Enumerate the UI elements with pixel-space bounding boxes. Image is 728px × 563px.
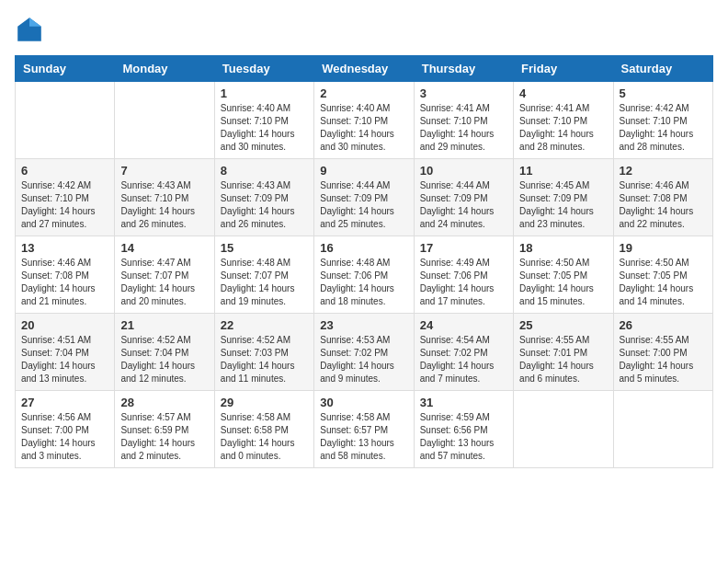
day-info: Sunrise: 4:53 AM Sunset: 7:02 PM Dayligh… — [320, 334, 407, 385]
day-number: 22 — [221, 318, 308, 332]
day-cell — [115, 82, 214, 159]
day-number: 16 — [320, 241, 407, 255]
day-cell: 11Sunrise: 4:45 AM Sunset: 7:09 PM Dayli… — [514, 159, 613, 236]
day-info: Sunrise: 4:41 AM Sunset: 7:10 PM Dayligh… — [420, 102, 507, 154]
day-info: Sunrise: 4:44 AM Sunset: 7:09 PM Dayligh… — [420, 179, 507, 231]
day-info: Sunrise: 4:48 AM Sunset: 7:06 PM Dayligh… — [320, 257, 407, 308]
day-info: Sunrise: 4:43 AM Sunset: 7:10 PM Dayligh… — [120, 179, 208, 231]
day-cell: 31Sunrise: 4:59 AM Sunset: 6:56 PM Dayli… — [414, 391, 513, 468]
logo — [15, 15, 48, 44]
day-cell: 17Sunrise: 4:49 AM Sunset: 7:06 PM Dayli… — [414, 236, 513, 314]
day-cell: 7Sunrise: 4:43 AM Sunset: 7:10 PM Daylig… — [115, 159, 214, 236]
day-number: 18 — [519, 241, 607, 255]
day-info: Sunrise: 4:50 AM Sunset: 7:05 PM Dayligh… — [620, 257, 707, 308]
day-info: Sunrise: 4:44 AM Sunset: 7:09 PM Dayligh… — [320, 179, 407, 231]
day-cell: 22Sunrise: 4:52 AM Sunset: 7:03 PM Dayli… — [214, 314, 313, 391]
day-info: Sunrise: 4:42 AM Sunset: 7:10 PM Dayligh… — [620, 102, 707, 154]
day-cell: 13Sunrise: 4:46 AM Sunset: 7:08 PM Dayli… — [16, 236, 115, 314]
day-cell: 3Sunrise: 4:41 AM Sunset: 7:10 PM Daylig… — [414, 82, 513, 159]
day-number: 28 — [120, 396, 208, 409]
day-cell — [514, 391, 613, 468]
col-header-wednesday: Wednesday — [314, 56, 414, 82]
day-info: Sunrise: 4:46 AM Sunset: 7:08 PM Dayligh… — [620, 179, 707, 231]
day-cell: 4Sunrise: 4:41 AM Sunset: 7:10 PM Daylig… — [514, 82, 613, 159]
day-info: Sunrise: 4:51 AM Sunset: 7:04 PM Dayligh… — [21, 334, 108, 385]
day-number: 19 — [620, 241, 707, 255]
day-info: Sunrise: 4:48 AM Sunset: 7:07 PM Dayligh… — [221, 257, 308, 308]
day-cell: 1Sunrise: 4:40 AM Sunset: 7:10 PM Daylig… — [214, 82, 313, 159]
day-cell: 23Sunrise: 4:53 AM Sunset: 7:02 PM Dayli… — [314, 314, 414, 391]
calendar-header-row: SundayMondayTuesdayWednesdayThursdayFrid… — [16, 56, 713, 82]
day-info: Sunrise: 4:58 AM Sunset: 6:58 PM Dayligh… — [221, 411, 308, 463]
day-number: 13 — [21, 241, 108, 255]
day-info: Sunrise: 4:55 AM Sunset: 7:01 PM Dayligh… — [519, 334, 607, 385]
day-info: Sunrise: 4:54 AM Sunset: 7:02 PM Dayligh… — [420, 334, 507, 385]
day-info: Sunrise: 4:42 AM Sunset: 7:10 PM Dayligh… — [21, 179, 108, 231]
day-info: Sunrise: 4:40 AM Sunset: 7:10 PM Dayligh… — [320, 102, 407, 154]
day-cell: 14Sunrise: 4:47 AM Sunset: 7:07 PM Dayli… — [115, 236, 214, 314]
day-number: 23 — [320, 318, 407, 332]
calendar-table: SundayMondayTuesdayWednesdayThursdayFrid… — [15, 55, 713, 468]
day-cell: 30Sunrise: 4:58 AM Sunset: 6:57 PM Dayli… — [314, 391, 414, 468]
day-cell: 18Sunrise: 4:50 AM Sunset: 7:05 PM Dayli… — [514, 236, 613, 314]
day-number: 21 — [120, 318, 208, 332]
day-cell: 5Sunrise: 4:42 AM Sunset: 7:10 PM Daylig… — [613, 82, 712, 159]
page-header — [15, 15, 713, 44]
day-number: 2 — [320, 86, 407, 100]
week-row-2: 6Sunrise: 4:42 AM Sunset: 7:10 PM Daylig… — [16, 159, 713, 236]
day-number: 1 — [221, 86, 308, 100]
day-info: Sunrise: 4:50 AM Sunset: 7:05 PM Dayligh… — [519, 257, 607, 308]
day-number: 6 — [21, 164, 108, 178]
day-cell: 28Sunrise: 4:57 AM Sunset: 6:59 PM Dayli… — [115, 391, 214, 468]
day-cell: 21Sunrise: 4:52 AM Sunset: 7:04 PM Dayli… — [115, 314, 214, 391]
day-cell: 16Sunrise: 4:48 AM Sunset: 7:06 PM Dayli… — [314, 236, 414, 314]
day-cell: 25Sunrise: 4:55 AM Sunset: 7:01 PM Dayli… — [514, 314, 613, 391]
day-cell: 26Sunrise: 4:55 AM Sunset: 7:00 PM Dayli… — [613, 314, 712, 391]
day-cell: 10Sunrise: 4:44 AM Sunset: 7:09 PM Dayli… — [414, 159, 513, 236]
day-cell: 27Sunrise: 4:56 AM Sunset: 7:00 PM Dayli… — [16, 391, 115, 468]
col-header-tuesday: Tuesday — [214, 56, 313, 82]
col-header-monday: Monday — [115, 56, 214, 82]
col-header-thursday: Thursday — [414, 56, 513, 82]
day-number: 31 — [420, 396, 507, 409]
day-number: 4 — [519, 86, 607, 100]
day-info: Sunrise: 4:52 AM Sunset: 7:04 PM Dayligh… — [120, 334, 208, 385]
day-cell: 20Sunrise: 4:51 AM Sunset: 7:04 PM Dayli… — [16, 314, 115, 391]
day-info: Sunrise: 4:43 AM Sunset: 7:09 PM Dayligh… — [221, 179, 308, 231]
day-info: Sunrise: 4:45 AM Sunset: 7:09 PM Dayligh… — [519, 179, 607, 231]
week-row-5: 27Sunrise: 4:56 AM Sunset: 7:00 PM Dayli… — [16, 391, 713, 468]
day-number: 30 — [320, 396, 407, 409]
day-info: Sunrise: 4:41 AM Sunset: 7:10 PM Dayligh… — [519, 102, 607, 154]
day-info: Sunrise: 4:46 AM Sunset: 7:08 PM Dayligh… — [21, 257, 108, 308]
day-cell: 8Sunrise: 4:43 AM Sunset: 7:09 PM Daylig… — [214, 159, 313, 236]
day-number: 7 — [120, 164, 208, 178]
day-number: 5 — [620, 86, 707, 100]
day-cell: 2Sunrise: 4:40 AM Sunset: 7:10 PM Daylig… — [314, 82, 414, 159]
day-number: 8 — [221, 164, 308, 178]
day-number: 26 — [620, 318, 707, 332]
day-cell: 15Sunrise: 4:48 AM Sunset: 7:07 PM Dayli… — [214, 236, 313, 314]
day-info: Sunrise: 4:56 AM Sunset: 7:00 PM Dayligh… — [21, 411, 108, 463]
col-header-sunday: Sunday — [16, 56, 115, 82]
day-number: 20 — [21, 318, 108, 332]
day-cell: 24Sunrise: 4:54 AM Sunset: 7:02 PM Dayli… — [414, 314, 513, 391]
col-header-saturday: Saturday — [613, 56, 712, 82]
day-info: Sunrise: 4:40 AM Sunset: 7:10 PM Dayligh… — [221, 102, 308, 154]
day-number: 14 — [120, 241, 208, 255]
svg-marker-1 — [29, 17, 41, 27]
day-info: Sunrise: 4:58 AM Sunset: 6:57 PM Dayligh… — [320, 411, 407, 463]
logo-icon — [15, 15, 44, 44]
day-number: 11 — [519, 164, 607, 178]
col-header-friday: Friday — [514, 56, 613, 82]
day-number: 10 — [420, 164, 507, 178]
day-cell: 9Sunrise: 4:44 AM Sunset: 7:09 PM Daylig… — [314, 159, 414, 236]
day-number: 27 — [21, 396, 108, 409]
day-number: 9 — [320, 164, 407, 178]
day-info: Sunrise: 4:52 AM Sunset: 7:03 PM Dayligh… — [221, 334, 308, 385]
day-number: 24 — [420, 318, 507, 332]
day-number: 17 — [420, 241, 507, 255]
day-info: Sunrise: 4:47 AM Sunset: 7:07 PM Dayligh… — [120, 257, 208, 308]
day-number: 12 — [620, 164, 707, 178]
day-info: Sunrise: 4:59 AM Sunset: 6:56 PM Dayligh… — [420, 411, 507, 463]
day-cell — [16, 82, 115, 159]
